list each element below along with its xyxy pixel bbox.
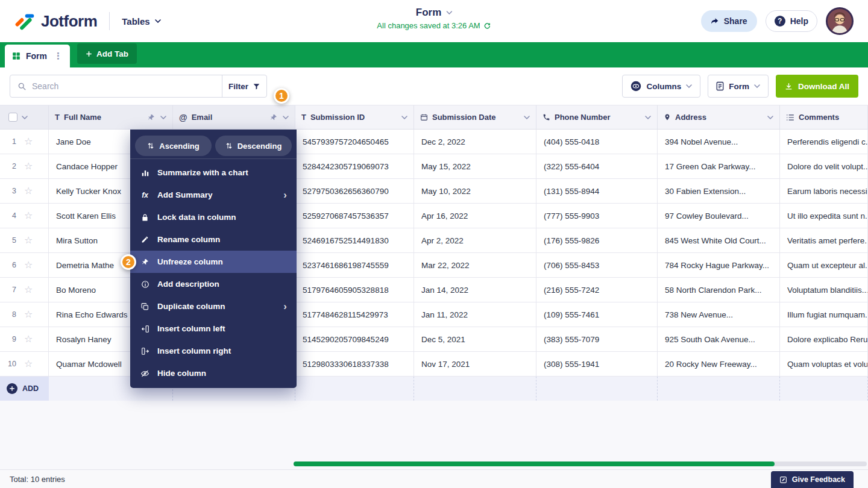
chevron-down-icon[interactable]	[524, 116, 530, 119]
cell-submission-id[interactable]: 5284242305719069073	[295, 154, 414, 178]
star-icon[interactable]: ☆	[24, 285, 33, 295]
select-all-checkbox[interactable]	[8, 113, 17, 122]
star-icon[interactable]: ☆	[24, 359, 33, 369]
form-view-button[interactable]: Form	[708, 75, 769, 98]
add-tab-button[interactable]: Add Tab	[77, 43, 137, 64]
cell-phone-number[interactable]: (131) 555-8944	[536, 179, 658, 203]
cell-address[interactable]: 97 Cowley Boulevard...	[658, 204, 780, 228]
cell-submission-date[interactable]: May 15, 2022	[414, 154, 536, 178]
form-title-dropdown[interactable]: Form	[416, 7, 453, 19]
cell-phone-number[interactable]: (109) 555-7461	[536, 302, 658, 327]
cell-submission-date[interactable]: May 10, 2022	[414, 179, 536, 203]
tab-menu-icon[interactable]: ⋮	[52, 51, 63, 61]
filter-button[interactable]: Filter	[222, 75, 266, 97]
cell-phone-number[interactable]: (176) 555-9826	[536, 228, 658, 252]
cell-phone-number[interactable]: (404) 555-0418	[536, 130, 658, 154]
cell-comments[interactable]: Voluptatum blanditiis...	[780, 278, 868, 302]
menu-item-add-summary[interactable]: fxAdd Summary›	[130, 184, 297, 206]
star-icon[interactable]: ☆	[24, 137, 33, 146]
cell-submission-date[interactable]: Apr 2, 2022	[414, 228, 536, 252]
star-icon[interactable]: ☆	[24, 186, 33, 196]
cell-comments[interactable]: Dolore do velit volupt...	[780, 154, 868, 178]
scrollbar-thumb[interactable]	[294, 461, 775, 466]
column-header-email[interactable]: @Email	[173, 105, 295, 129]
cell-comments[interactable]: Ut illo expedita sunt n...	[780, 204, 868, 228]
chevron-down-icon[interactable]	[645, 116, 651, 119]
column-header-address[interactable]: Address	[658, 105, 780, 129]
avatar[interactable]	[826, 7, 854, 35]
chevron-down-icon[interactable]	[22, 116, 28, 119]
cell-submission-id[interactable]: 5237461686198745559	[295, 253, 414, 277]
cell-address[interactable]: 845 West White Old Court...	[658, 228, 780, 252]
cell-submission-date[interactable]: Jan 14, 2022	[414, 278, 536, 302]
cell-submission-id[interactable]: 5145290205709845249	[295, 327, 414, 351]
cell-address[interactable]: 30 Fabien Extension...	[658, 179, 780, 203]
column-header-comments[interactable]: Comments	[780, 105, 868, 129]
add-entry-button[interactable]: ADD	[0, 377, 49, 401]
menu-item-hide-column[interactable]: Hide column	[130, 362, 297, 384]
cell-address[interactable]: 784 Rocky Hague Parkway...	[658, 253, 780, 277]
cell-submission-date[interactable]: Jan 11, 2022	[414, 302, 536, 327]
cell-phone-number[interactable]: (777) 555-9903	[536, 204, 658, 228]
cell-address[interactable]: 738 New Avenue...	[658, 302, 780, 327]
cell-comments[interactable]: Quam ut excepteur al...	[780, 253, 868, 277]
tab-form[interactable]: Form ⋮	[5, 45, 70, 67]
star-icon[interactable]: ☆	[24, 334, 33, 344]
menu-item-insert-column-right[interactable]: Insert column right	[130, 340, 297, 362]
tables-dropdown[interactable]: Tables	[122, 16, 160, 27]
star-icon[interactable]: ☆	[24, 211, 33, 221]
cell-submission-id[interactable]: 5279750362656360790	[295, 179, 414, 203]
cell-address[interactable]: 925 South Oak Avenue...	[658, 327, 780, 351]
cell-phone-number[interactable]: (706) 555-8453	[536, 253, 658, 277]
cell-phone-number[interactable]: (322) 555-6404	[536, 154, 658, 178]
menu-item-insert-column-left[interactable]: Insert column left	[130, 318, 297, 340]
cell-submission-date[interactable]: Dec 5, 2021	[414, 327, 536, 351]
chevron-down-icon[interactable]	[160, 116, 166, 119]
cell-submission-date[interactable]: Nov 17, 2021	[414, 352, 536, 376]
menu-item-rename-column[interactable]: Rename column	[130, 228, 297, 251]
cell-comments[interactable]: Dolore explicabo Reru...	[780, 327, 868, 351]
cell-address[interactable]: 17 Green Oak Parkway...	[658, 154, 780, 178]
column-header-submission-date[interactable]: Submission Date	[414, 105, 536, 129]
column-header-phone-number[interactable]: Phone Number	[536, 105, 658, 129]
column-header-full-name[interactable]: TFull Name	[49, 105, 173, 129]
star-icon[interactable]: ☆	[24, 260, 33, 270]
cell-submission-id[interactable]: 5246916752514491830	[295, 228, 414, 252]
share-button[interactable]: Share	[701, 10, 757, 32]
sort-ascending-button[interactable]: Ascending	[135, 136, 212, 156]
cell-phone-number[interactable]: (308) 555-1941	[536, 352, 658, 376]
menu-item-summarize-with-a-chart[interactable]: Summarize with a chart	[130, 161, 297, 184]
star-icon[interactable]: ☆	[24, 236, 33, 245]
horizontal-scrollbar[interactable]	[294, 461, 867, 466]
download-all-button[interactable]: Download All	[776, 75, 858, 98]
chevron-down-icon[interactable]	[283, 116, 289, 119]
cell-submission-date[interactable]: Mar 22, 2022	[414, 253, 536, 277]
cell-submission-id[interactable]: 5129803330618337338	[295, 352, 414, 376]
cell-comments[interactable]: Quam voluptas et volu...	[780, 352, 868, 376]
menu-item-add-description[interactable]: Add description	[130, 273, 297, 295]
cell-submission-id[interactable]: 5259270687457536357	[295, 204, 414, 228]
cell-comments[interactable]: Veritatis amet perfere...	[780, 228, 868, 252]
menu-item-lock-data-in-column[interactable]: Lock data in column	[130, 206, 297, 228]
cell-submission-date[interactable]: Apr 16, 2022	[414, 204, 536, 228]
search-input[interactable]	[32, 81, 215, 91]
cell-address[interactable]: 20 Rocky New Freeway...	[658, 352, 780, 376]
menu-item-duplicate-column[interactable]: Duplicate column›	[130, 295, 297, 318]
cell-comments[interactable]: Earum laboris necessi...	[780, 179, 868, 203]
cell-submission-id[interactable]: 5179764605905328818	[295, 278, 414, 302]
cell-phone-number[interactable]: (383) 555-7079	[536, 327, 658, 351]
cell-comments[interactable]: Perferendis eligendi c...	[780, 130, 868, 154]
give-feedback-button[interactable]: Give Feedback	[771, 471, 854, 488]
cell-submission-id[interactable]: 5177484628115429973	[295, 302, 414, 327]
star-icon[interactable]: ☆	[24, 161, 33, 171]
sort-descending-button[interactable]: Descending	[215, 136, 292, 156]
cell-address[interactable]: 58 North Clarendon Park...	[658, 278, 780, 302]
cell-address[interactable]: 394 Nobel Avenue...	[658, 130, 780, 154]
chevron-down-icon[interactable]	[767, 116, 773, 119]
column-header-submission-id[interactable]: TSubmission ID	[295, 105, 414, 129]
revision-history-icon[interactable]	[484, 22, 491, 30]
help-button[interactable]: ? Help	[766, 10, 817, 32]
cell-phone-number[interactable]: (216) 555-7242	[536, 278, 658, 302]
cell-comments[interactable]: Illum fugiat numquam...	[780, 302, 868, 327]
cell-submission-id[interactable]: 5457939757204650465	[295, 130, 414, 154]
